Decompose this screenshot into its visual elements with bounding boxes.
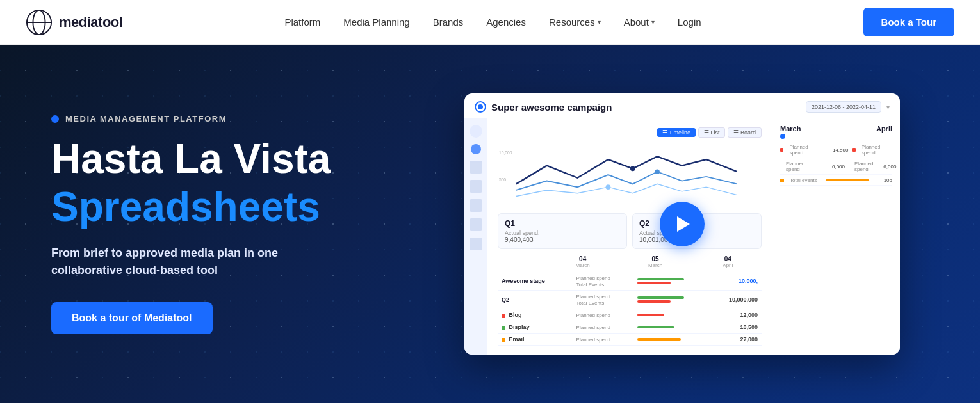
sidebar-icon-globe — [470, 161, 482, 174]
sidebar-icon-chart — [470, 218, 482, 231]
dashboard-sidebar — [464, 118, 487, 355]
nav-agencies[interactable]: Agencies — [477, 12, 535, 33]
hero-content: MEDIA MANAGEMENT PLATFORM Hasta La Vista… — [51, 114, 397, 334]
svg-text:10,000: 10,000 — [499, 150, 512, 155]
nav-resources[interactable]: Resources ▾ — [540, 12, 610, 33]
board-view-btn[interactable]: ☰ Board — [728, 127, 762, 138]
dashboard-mockup: Super awesome campaign 2021-12-06 - 2022… — [464, 93, 900, 355]
quarter-cards: Q1 Actual spend: 9,400,403 Q2 Actual spe… — [498, 213, 762, 249]
badge-text: MEDIA MANAGEMENT PLATFORM — [65, 114, 227, 124]
nav-login[interactable]: Login — [669, 12, 710, 33]
hero-cta-button[interactable]: Book a tour of Mediatool — [51, 302, 213, 334]
svg-text:500: 500 — [499, 177, 506, 182]
right-row-1: Planned spend 14,500 Planned spend — [780, 144, 892, 158]
dashboard-right-panel: March April Planned spen — [772, 118, 900, 355]
brand-logo[interactable]: mediatool — [26, 9, 122, 36]
sidebar-icon-settings — [470, 238, 482, 250]
sidebar-icon-grid — [470, 199, 482, 212]
month-num-3: 04 — [694, 255, 762, 263]
brand-name: mediatool — [59, 14, 122, 31]
table-row: Display Planned spend 18,500 — [498, 321, 762, 334]
list-view-btn[interactable]: ☰ List — [698, 127, 726, 138]
dashboard-date-range: 2021-12-06 - 2022-04-11 — [806, 101, 881, 113]
month-num-2: 05 — [621, 255, 689, 263]
navbar-actions: Book a Tour — [863, 8, 954, 36]
date-dropdown-icon[interactable]: ▾ — [886, 104, 890, 111]
chart-svg: 10,000 500 — [498, 143, 762, 207]
right-row-3: Total events 105 — [780, 177, 892, 186]
month-num-1: 04 — [549, 255, 616, 263]
svg-point-6 — [655, 169, 660, 174]
logo-icon — [26, 9, 53, 36]
nav-about[interactable]: About ▾ — [615, 12, 664, 33]
main-nav: Platform Media Planning Brands Agencies … — [275, 12, 710, 33]
right-row-2: Planned spend 6,000 Planned spend 6,000 — [780, 161, 892, 175]
hero-title-line1: Hasta La Vista — [51, 136, 397, 181]
month-label-2: March — [621, 263, 689, 268]
play-triangle-icon — [677, 216, 690, 232]
table-row: Blog Planned spend 12,000 — [498, 309, 762, 321]
navbar: mediatool Platform Media Planning Brands… — [0, 0, 980, 45]
right-march-header: March — [780, 125, 801, 139]
play-button[interactable] — [660, 202, 705, 246]
resources-chevron-icon: ▾ — [598, 19, 601, 26]
table-row: Email Planned spend 27,000 — [498, 334, 762, 346]
dashboard-table: Awesome stage Planned spendTotal Events … — [498, 272, 762, 346]
timeline-view-btn[interactable]: ☰ Timeline — [657, 128, 696, 137]
svg-point-7 — [606, 184, 611, 190]
month-label-1: March — [549, 263, 616, 268]
hero-visual: Super awesome campaign 2021-12-06 - 2022… — [436, 93, 929, 355]
hero-subtitle: From brief to approved media plan in one… — [51, 245, 346, 279]
table-row: Q2 Planned spendTotal Events 10,000,000 — [498, 291, 762, 309]
book-tour-button[interactable]: Book a Tour — [863, 8, 954, 36]
q1-card: Q1 Actual spend: 9,400,403 — [498, 213, 627, 249]
hero-section: MEDIA MANAGEMENT PLATFORM Hasta La Vista… — [0, 45, 980, 403]
about-chevron-icon: ▾ — [651, 19, 655, 26]
sidebar-icon-add[interactable] — [471, 144, 481, 154]
right-april-header: April — [876, 125, 892, 139]
month-label-3: April — [694, 263, 762, 268]
nav-brands[interactable]: Brands — [424, 12, 473, 33]
nav-media-planning[interactable]: Media Planning — [334, 12, 418, 33]
badge-dot — [51, 115, 59, 123]
right-panel-rows: Planned spend 14,500 Planned spend Plann… — [780, 144, 892, 186]
dashboard-chart: 10,000 500 — [498, 143, 762, 207]
dashboard-title: Super awesome campaign — [491, 102, 612, 113]
svg-point-5 — [630, 166, 635, 172]
nav-platform[interactable]: Platform — [275, 12, 329, 33]
hero-title-line2: Spreadsheets — [51, 184, 397, 229]
hero-badge: MEDIA MANAGEMENT PLATFORM — [51, 114, 397, 124]
sidebar-icon-user — [470, 180, 482, 193]
dashboard-main: ☰ Timeline ☰ List ☰ Board 10,000 500 — [487, 118, 772, 355]
sidebar-icon-refresh — [470, 125, 482, 138]
table-row: Awesome stage Planned spendTotal Events … — [498, 272, 762, 291]
